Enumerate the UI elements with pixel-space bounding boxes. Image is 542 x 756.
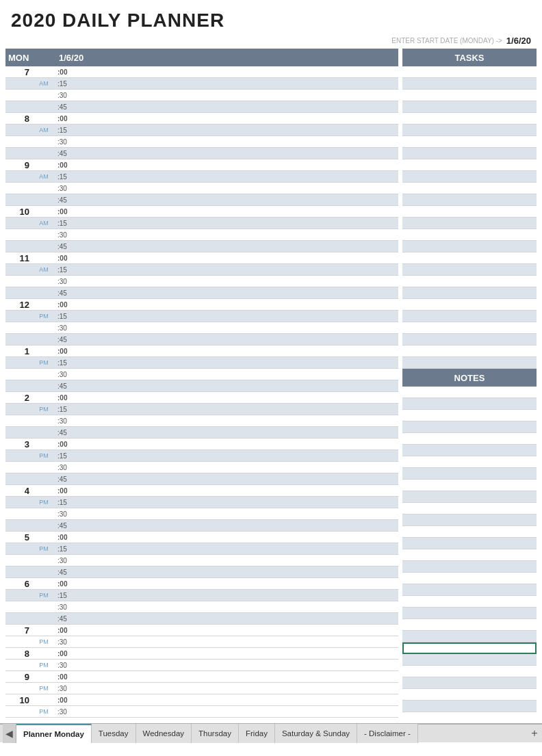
minute-label: :45 bbox=[56, 522, 398, 530]
task-row bbox=[402, 287, 537, 299]
minute-label: :45 bbox=[56, 475, 398, 483]
tab-thursday[interactable]: Thursday bbox=[192, 724, 239, 743]
time-row: :30 bbox=[5, 183, 398, 194]
tab-friday[interactable]: Friday bbox=[239, 724, 275, 743]
tab-planner-monday[interactable]: Planner Monday bbox=[16, 724, 92, 743]
tasks-header: TASKS bbox=[402, 49, 537, 66]
time-row: :30 bbox=[5, 415, 398, 427]
time-row: PM:15 bbox=[5, 543, 398, 555]
right-column: TASKS NOTES bbox=[402, 49, 537, 718]
task-row bbox=[402, 311, 537, 322]
time-row: 3:00 bbox=[5, 439, 398, 450]
task-row bbox=[402, 136, 537, 148]
time-row: PM:15 bbox=[5, 357, 398, 369]
note-row bbox=[402, 677, 537, 689]
note-row bbox=[402, 526, 537, 538]
time-row: :45 bbox=[5, 241, 398, 252]
note-row bbox=[402, 642, 537, 654]
time-row: 10:00 bbox=[5, 206, 398, 218]
time-row: PM:30 bbox=[5, 636, 398, 648]
note-row bbox=[402, 573, 537, 584]
note-row bbox=[402, 410, 537, 421]
minute-label: :30 bbox=[56, 278, 398, 285]
task-row bbox=[402, 206, 537, 218]
tasks-section: TASKS bbox=[402, 49, 537, 369]
time-row: 6:00 bbox=[5, 578, 398, 590]
note-row bbox=[402, 561, 537, 573]
time-row: 10:00 bbox=[5, 694, 398, 706]
minute-label: :45 bbox=[56, 243, 398, 250]
tab-prev-arrow[interactable]: ◀ bbox=[3, 724, 16, 743]
ampm-label: PM bbox=[31, 708, 56, 715]
ampm-label: PM bbox=[31, 359, 56, 366]
ampm-label: PM bbox=[31, 545, 56, 552]
task-row bbox=[402, 101, 537, 113]
time-row: AM:15 bbox=[5, 264, 398, 276]
time-row: 12:00 bbox=[5, 299, 398, 311]
minute-label: :45 bbox=[56, 382, 398, 390]
time-row: :30 bbox=[5, 136, 398, 148]
time-row: 5:00 bbox=[5, 532, 398, 543]
note-row bbox=[402, 433, 537, 445]
day-label: MON bbox=[8, 53, 34, 63]
note-row bbox=[402, 654, 537, 666]
minute-label: :00 bbox=[56, 650, 398, 657]
task-row bbox=[402, 125, 537, 136]
hour-label: 12 bbox=[5, 300, 31, 310]
task-row bbox=[402, 357, 537, 369]
tab-bar: ◀ Planner MondayTuesdayWednesdayThursday… bbox=[0, 723, 542, 742]
minute-label: :45 bbox=[56, 429, 398, 436]
minute-label: :15 bbox=[56, 80, 398, 88]
time-row: :30 bbox=[5, 508, 398, 520]
minute-label: :30 bbox=[56, 185, 398, 192]
note-row bbox=[402, 468, 537, 480]
minute-label: :30 bbox=[56, 417, 398, 425]
minute-label: :15 bbox=[56, 592, 398, 599]
ampm-label: PM bbox=[31, 685, 56, 692]
note-row bbox=[402, 421, 537, 433]
note-row bbox=[402, 456, 537, 468]
minute-label: :00 bbox=[56, 627, 398, 634]
minute-label: :00 bbox=[56, 208, 398, 216]
minute-label: :00 bbox=[56, 673, 398, 681]
ampm-label: PM bbox=[31, 499, 56, 506]
task-row bbox=[402, 241, 537, 252]
time-row: :45 bbox=[5, 334, 398, 346]
ampm-label: PM bbox=[31, 452, 56, 459]
note-row bbox=[402, 491, 537, 503]
note-row bbox=[402, 398, 537, 410]
time-row: PM:15 bbox=[5, 311, 398, 322]
hour-label: 9 bbox=[5, 672, 31, 682]
tab---disclaimer--[interactable]: - Disclaimer - bbox=[357, 724, 418, 743]
time-row: 7:00 bbox=[5, 625, 398, 636]
minute-label: :45 bbox=[56, 196, 398, 204]
time-rows: 7:00AM:15:30:458:00AM:15:30:459:00AM:15:… bbox=[5, 66, 398, 718]
hour-label: 8 bbox=[5, 649, 31, 659]
note-row bbox=[402, 701, 537, 712]
start-date-value: 1/6/20 bbox=[506, 36, 531, 46]
task-row bbox=[402, 66, 537, 78]
minute-label: :15 bbox=[56, 266, 398, 274]
tab-tuesday[interactable]: Tuesday bbox=[92, 724, 136, 743]
hour-label: 2 bbox=[5, 393, 31, 403]
tab-add-button[interactable]: + bbox=[527, 724, 542, 743]
time-row: 9:00 bbox=[5, 159, 398, 171]
ampm-label: PM bbox=[31, 313, 56, 320]
minute-label: :45 bbox=[56, 336, 398, 343]
tab-saturday--sunday[interactable]: Saturday & Sunday bbox=[275, 724, 357, 743]
tab-wednesday[interactable]: Wednesday bbox=[136, 724, 192, 743]
time-row: PM:15 bbox=[5, 450, 398, 462]
task-row bbox=[402, 252, 537, 264]
note-row bbox=[402, 480, 537, 491]
minute-label: :15 bbox=[56, 545, 398, 553]
minute-label: :30 bbox=[56, 324, 398, 332]
note-row bbox=[402, 689, 537, 701]
time-row: :45 bbox=[5, 101, 398, 113]
schedule-column: MON 1/6/20 7:00AM:15:30:458:00AM:15:30:4… bbox=[5, 49, 398, 718]
date-label: 1/6/20 bbox=[59, 53, 398, 63]
task-row bbox=[402, 113, 537, 125]
note-row bbox=[402, 538, 537, 549]
time-row: :45 bbox=[5, 473, 398, 485]
ampm-label: PM bbox=[31, 592, 56, 599]
note-row bbox=[402, 619, 537, 631]
